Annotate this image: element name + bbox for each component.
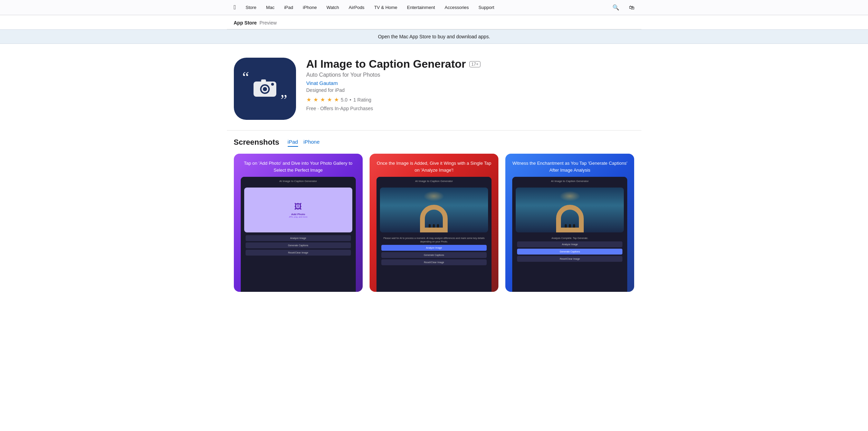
add-photo-sublabel: JPG, png, and more <box>289 216 307 218</box>
nav-store[interactable]: Store <box>246 5 256 10</box>
svg-rect-4 <box>261 79 266 82</box>
search-icon[interactable]: 🔍 <box>612 4 619 11</box>
nav-entertainment[interactable]: Entertainment <box>407 5 435 10</box>
screenshot-card-2: Once the Image is Added, Give it Wings w… <box>370 154 498 292</box>
app-icon: “ ” <box>234 58 296 120</box>
reset-btn-3: Reset/Clear Image <box>517 256 622 262</box>
analyze-complete-3: Analysis Complete. Tap Generate. <box>552 235 588 241</box>
star-5: ★ <box>334 96 339 103</box>
analyze-text-2: Please wait for Al to process a moment. … <box>380 235 488 245</box>
mac-appstore-banner: Open the Mac App Store to buy and downlo… <box>0 29 868 44</box>
analyze-btn-2: Analyze Image <box>381 245 487 251</box>
screenshot-1-mockup: AI Image to Caption Generator 🖼 Add Phot… <box>241 177 356 292</box>
star-3: ★ <box>320 96 325 103</box>
generate-btn-1: Generate Captions <box>246 242 351 248</box>
main-nav:  Store Mac iPad iPhone Watch AirPods TV… <box>0 0 868 15</box>
reset-btn-1: Reset/Clear Image <box>246 250 351 256</box>
add-photo-icon: 🖼 <box>294 202 302 211</box>
star-1: ★ <box>306 96 311 103</box>
appstore-breadcrumb-link[interactable]: App Store <box>234 20 257 26</box>
quote-left-icon: “ <box>242 70 249 85</box>
analyze-btn-1: Analyze Image <box>246 235 351 241</box>
star-4: ★ <box>327 96 332 103</box>
nav-ipad[interactable]: iPad <box>284 5 293 10</box>
camera-icon <box>253 77 277 101</box>
add-photo-area: 🖼 Add Photo JPG, png, and more <box>244 188 352 232</box>
screenshot-2-mockup: AI Image to Caption Generator Please wai… <box>376 177 492 292</box>
nav-airpods[interactable]: AirPods <box>349 5 365 10</box>
screenshot-3-caption: Witness the Enchantment as You Tap 'Gene… <box>505 154 634 177</box>
nav-tv-home[interactable]: TV & Home <box>374 5 397 10</box>
rating-count: 1 Rating <box>353 97 371 103</box>
apple-logo-icon[interactable]:  <box>234 4 236 11</box>
tab-ipad[interactable]: iPad <box>288 137 298 147</box>
arch-image-2 <box>380 188 488 232</box>
nav-accessories[interactable]: Accessories <box>445 5 469 10</box>
mockup-3-title: AI Image to Caption Generator <box>516 180 623 183</box>
nav-watch[interactable]: Watch <box>326 5 339 10</box>
add-photo-label: Add Photo <box>291 213 305 216</box>
app-info: AI Image to Caption Generator 17+ Auto C… <box>306 58 635 111</box>
app-price: Free · Offers In-App Purchases <box>306 106 635 111</box>
age-rating-badge: 17+ <box>469 61 480 67</box>
nav-iphone[interactable]: iPhone <box>303 5 317 10</box>
reset-btn-2: Reset/Clear Image <box>381 259 487 265</box>
screenshots-section: Screenshots iPad iPhone Tap on 'Add Phot… <box>227 131 641 302</box>
screenshots-title: Screenshots <box>234 138 279 147</box>
breadcrumb-separator: Preview <box>258 20 277 26</box>
mockup-2-title: AI Image to Caption Generator <box>381 180 487 183</box>
breadcrumb: App Store Preview <box>227 15 641 29</box>
app-subtitle: Auto Captions for Your Photos <box>306 72 635 78</box>
generate-btn-3: Generate Captions <box>517 249 622 255</box>
generate-btn-2: Generate Captions <box>381 252 487 258</box>
tab-iphone[interactable]: iPhone <box>304 137 320 147</box>
app-title: AI Image to Caption Generator <box>306 58 466 70</box>
screenshot-1-caption: Tap on 'Add Photo' and Dive into Your Ph… <box>234 154 363 177</box>
tab-bar: iPad iPhone <box>288 137 325 147</box>
rating-score: 5.0 <box>341 97 347 103</box>
rating-separator: • <box>350 97 351 103</box>
app-header: “ ” AI Image to Caption Generator 17+ Au… <box>227 44 641 130</box>
screenshot-3-mockup: AI Image to Caption Generator Analysis C… <box>512 177 627 292</box>
mockup-1-title: AI Image to Caption Generator <box>245 180 352 183</box>
app-author-link[interactable]: Vinat Gautam <box>306 80 635 86</box>
nav-support[interactable]: Support <box>478 5 494 10</box>
analyze-btn-3: Analyze Image <box>517 241 622 247</box>
screenshot-card-1: Tap on 'Add Photo' and Dive into Your Ph… <box>234 154 363 292</box>
screenshots-row: Tap on 'Add Photo' and Dive into Your Ph… <box>234 154 635 292</box>
app-rating: ★ ★ ★ ★ ★ 5.0 • 1 Rating <box>306 96 635 103</box>
screenshot-card-3: Witness the Enchantment as You Tap 'Gene… <box>505 154 634 292</box>
svg-point-5 <box>271 83 274 86</box>
quote-right-icon: ” <box>280 93 287 108</box>
nav-mac[interactable]: Mac <box>266 5 275 10</box>
mockup-1-buttons: Analyze Image Generate Captions Reset/Cl… <box>244 235 352 258</box>
bag-icon[interactable]: 🛍 <box>629 4 635 11</box>
arch-image-3 <box>516 188 624 232</box>
app-designed-for: Designed for iPad <box>306 87 635 93</box>
screenshot-2-caption: Once the Image is Added, Give it Wings w… <box>370 154 498 177</box>
svg-point-3 <box>263 87 267 91</box>
star-2: ★ <box>313 96 318 103</box>
